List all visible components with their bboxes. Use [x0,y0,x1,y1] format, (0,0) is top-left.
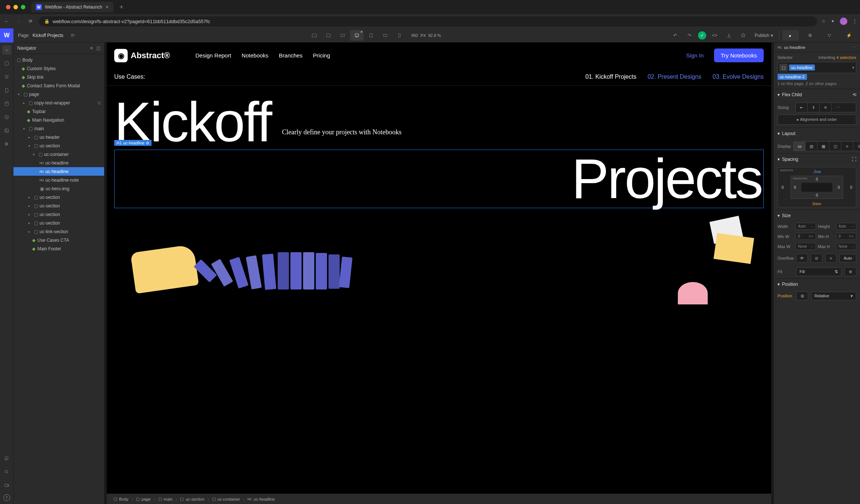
address-bar[interactable]: 🔒 webflow.com/design/fs-abstract-v2?page… [39,16,817,26]
display-block[interactable]: ▭ [794,142,806,151]
try-notebooks-button[interactable]: Try Notebooks [714,48,764,62]
overflow-visible[interactable]: 👁 [796,254,808,263]
tree-uc-section-5[interactable]: ▸▢uc-section [13,219,104,227]
breakpoint-xxl[interactable] [308,30,321,41]
tree-use-cases-cta[interactable]: ◆Use Cases CTA [13,236,104,244]
navigator-tree[interactable]: ▢Body ◆Custom Styles ◆Skip link ◆Contact… [13,54,104,504]
height-input[interactable]: Auto– [836,223,857,230]
breakpoint-l[interactable] [336,30,349,41]
extensions-icon[interactable]: ✦ [831,19,835,24]
flex-child-reset-icon[interactable]: ⟲ [853,92,856,97]
audit-icon[interactable] [738,30,749,41]
undo-icon[interactable]: ↶ [670,30,681,41]
video-tutorial-icon[interactable] [2,481,11,490]
macos-traffic-lights[interactable] [3,5,28,9]
selected-element-outline[interactable]: Projects [114,150,764,208]
close-window-button[interactable] [6,5,10,9]
section-spacing[interactable]: ▾Spacing⛶ [774,153,860,165]
tree-uc-header[interactable]: ▸▢uc-header [13,133,104,141]
ecommerce-icon[interactable] [2,113,11,122]
position-origin-icon[interactable]: ⊞ [796,291,808,300]
headline-subtitle[interactable]: Clearly define your projects with Notebo… [282,128,401,136]
tree-uc-section-1[interactable]: ▾▢uc-section [13,141,104,150]
margin-left[interactable]: 0 [782,185,784,190]
spacing-expand-icon[interactable]: ⛶ [852,157,856,162]
uc-kickoff-link[interactable]: 01. Kickoff Projects [585,73,636,80]
sizing-more[interactable]: ⋯ [832,103,844,112]
sizing-grow[interactable]: ⇕ [808,103,820,112]
selector-input[interactable]: ▢ uc-headline ▾ [778,62,856,73]
export-icon[interactable] [723,30,735,41]
tree-main-nav[interactable]: ◆Main Navigation [13,116,104,124]
selector-dropdown-icon[interactable]: ▾ [852,65,854,70]
selector-tag-1[interactable]: uc-headline [789,65,815,71]
add-element-icon[interactable]: ＋ [2,46,11,54]
width-input[interactable]: Auto– [795,223,816,230]
section-size[interactable]: ▾Size [774,210,860,221]
tree-contact-modal[interactable]: ◆Contact Sales Form Modal [13,81,104,90]
pages-icon[interactable] [2,86,11,95]
tree-topbar[interactable]: ◆Topbar [13,107,104,116]
minimize-window-button[interactable] [13,5,18,9]
overflow-scroll[interactable]: ≡ [825,254,837,263]
tree-uc-link-section[interactable]: ▸▢uc-link-section [13,227,104,236]
sizing-shrink[interactable]: ⇤ [796,103,808,112]
maxw-input[interactable]: None– [795,243,816,250]
interactions-tab-icon[interactable]: ⚡ [841,30,857,41]
headline-projects[interactable]: Projects [115,152,762,206]
minh-input[interactable]: 0PX [836,233,857,240]
tree-uc-section-3[interactable]: ▸▢uc-section [13,201,104,210]
style-manager-tab-icon[interactable] [821,30,838,41]
uc-present-link[interactable]: 02. Present Designs [648,73,701,80]
tree-uc-headline-1[interactable]: H1uc-headline [13,159,104,167]
tree-main-footer[interactable]: ◆Main Footer [13,244,104,253]
margin-right[interactable]: 0 [850,185,852,190]
display-grid[interactable]: ▦ [817,142,829,151]
bc-main[interactable]: ▢main [155,497,177,501]
webflow-logo[interactable]: W [0,28,13,43]
breakpoint-xl[interactable] [322,30,335,41]
audit-check-icon[interactable]: ☑ [2,454,11,463]
selection-label[interactable]: H1 uc-headline ⚙ [114,140,152,146]
fit-select[interactable]: Fill⇅ [796,267,841,276]
padding-right[interactable]: 0 [838,185,840,190]
code-icon[interactable]: <> [709,30,720,41]
tree-uc-headline-note[interactable]: H2uc-headline-note [13,176,104,184]
nav-notebooks[interactable]: Notebooks [242,52,268,59]
padding-top[interactable]: 0 [816,177,818,181]
tree-custom-styles[interactable]: ◆Custom Styles [13,64,104,73]
padding-left[interactable]: 0 [794,185,796,190]
bc-body[interactable]: ▢Body [110,497,132,501]
element-menu-icon[interactable]: ⋯ [852,45,856,50]
tree-main[interactable]: ▾▢main [13,124,104,133]
project-settings-icon[interactable]: ⚙ [2,140,11,148]
tree-uc-container[interactable]: ▾▢uc-container [13,150,104,159]
tree-skip-link[interactable]: ◆Skip link [13,73,104,81]
display-none[interactable]: ⊘ [853,142,860,151]
minw-input[interactable]: 0PX [795,233,816,240]
browser-menu-icon[interactable]: ⋮ [853,19,857,24]
overflow-auto[interactable]: Auto [839,254,856,262]
tree-uc-headline-2[interactable]: H1uc-headline [13,167,104,176]
section-flex-child[interactable]: ▾Flex Child⟲ [774,89,860,100]
position-select[interactable]: Relative▾ [811,292,856,300]
tree-body[interactable]: ▢Body [13,56,104,64]
symbols-icon[interactable] [2,59,11,68]
profile-avatar[interactable] [840,18,847,25]
navigator-icon[interactable] [2,72,11,81]
tree-uc-section-4[interactable]: ▸▢uc-section [13,210,104,219]
maxh-input[interactable]: None– [836,243,857,250]
overflow-hidden[interactable]: ⊘ [811,254,822,263]
breakpoint-tablet[interactable] [364,30,378,41]
page-name[interactable]: Kickoff Projects [32,33,63,38]
selector-tag-2[interactable]: uc-headline-2 [778,74,807,80]
section-layout[interactable]: ▾Layout [774,128,860,139]
publish-button[interactable]: Publish▾ [752,33,776,38]
breadcrumb[interactable]: ▢Body ▢page ▢main ▢uc-section ▢uc-contai… [107,494,771,504]
collapse-navigator-icon[interactable]: ✕ [90,46,93,51]
nav-branches[interactable]: Branches [279,52,302,59]
selector-state-icon[interactable]: ▢ [779,64,788,71]
breakpoint-desktop-base[interactable]: ★ [350,30,364,41]
design-canvas[interactable]: ◉ Abstract® Design Report Notebooks Bran… [107,43,771,494]
zoom-level[interactable]: 92.8 % [428,33,441,38]
